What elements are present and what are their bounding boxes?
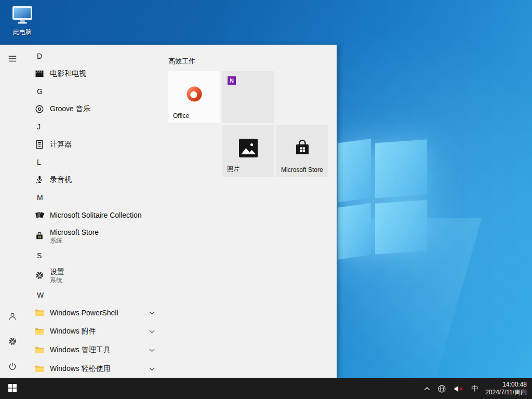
tile-microsoft-store[interactable]: Microsoft Store xyxy=(276,125,328,177)
section-letter-l[interactable]: L xyxy=(29,154,160,170)
onenote-icon: N xyxy=(228,76,236,85)
taskbar: 中 14:00:48 2024/7/11/周四 xyxy=(0,378,532,399)
app-item-calculator[interactable]: 计算器 xyxy=(29,135,160,154)
tray-overflow-chevron-icon[interactable] xyxy=(424,387,430,391)
settings-button[interactable] xyxy=(0,329,25,354)
app-item-label: Microsoft Store xyxy=(50,228,99,237)
user-icon xyxy=(7,311,18,323)
app-item-windows-admin-tools[interactable]: Windows 管理工具 xyxy=(29,341,160,360)
expand-menu-button[interactable] xyxy=(0,47,25,72)
tile-label: 照片 xyxy=(227,165,240,174)
store-icon xyxy=(34,231,45,241)
windows-logo-pane xyxy=(338,139,371,203)
app-item-sublabel: 系统 xyxy=(50,276,64,284)
chevron-down-icon[interactable] xyxy=(149,330,155,334)
power-icon xyxy=(7,361,18,373)
tile-photos[interactable]: 照片 xyxy=(222,125,274,177)
movies-tv-icon xyxy=(34,69,45,79)
app-item-label: Microsoft Solitaire Collection xyxy=(50,211,142,219)
section-letter-j[interactable]: J xyxy=(29,118,160,135)
folder-icon xyxy=(34,308,45,318)
user-account-button[interactable] xyxy=(0,304,25,329)
windows-logo-icon xyxy=(8,384,17,394)
app-section-m: M Microsoft Solitaire Collection xyxy=(29,189,160,247)
app-section-g: G Groove 音乐 xyxy=(29,83,160,118)
start-button[interactable] xyxy=(0,378,25,399)
app-item-windows-ease-of-access[interactable]: Windows 轻松使用 xyxy=(29,360,160,378)
this-pc-monitor-icon xyxy=(11,4,34,27)
gear-icon xyxy=(34,270,45,281)
app-item-label: Windows 管理工具 xyxy=(50,345,111,355)
chevron-down-icon[interactable] xyxy=(149,311,155,315)
app-item-label: 计算器 xyxy=(50,140,72,149)
app-item-groove-music[interactable]: Groove 音乐 xyxy=(29,100,160,118)
clock-time: 14:00:48 xyxy=(502,381,527,389)
pinned-tiles-panel: 高效工作 Office N xyxy=(168,45,332,379)
office-icon xyxy=(184,84,205,104)
app-item-label: 设置 xyxy=(50,268,64,276)
app-section-s: S 设置 系统 xyxy=(29,247,160,287)
app-item-label: 电影和电视 xyxy=(50,69,86,78)
groove-music-icon xyxy=(34,104,45,114)
calculator-icon xyxy=(34,139,45,150)
app-item-windows-powershell[interactable]: Windows PowerShell xyxy=(29,303,160,322)
app-section-l: L 录音机 xyxy=(29,154,160,189)
app-item-label: Windows 轻松使用 xyxy=(50,364,111,374)
app-section-w: W Windows PowerShell xyxy=(29,287,160,378)
windows-logo-pane xyxy=(375,140,427,198)
store-bag-icon xyxy=(292,138,313,158)
ime-indicator[interactable]: 中 xyxy=(471,384,478,393)
app-item-voice-recorder[interactable]: 录音机 xyxy=(29,170,160,189)
app-section-d: D 电影和电视 xyxy=(29,48,160,83)
app-item-label: Windows 附件 xyxy=(50,327,96,336)
app-item-microsoft-store[interactable]: Microsoft Store 系统 xyxy=(29,224,160,247)
desktop-icon-label: 此电脑 xyxy=(13,28,32,37)
system-tray: 中 14:00:48 2024/7/11/周四 xyxy=(424,381,532,396)
app-item-settings[interactable]: 设置 系统 xyxy=(29,264,160,287)
start-menu-rail xyxy=(0,45,25,379)
gear-icon xyxy=(7,336,18,348)
solitaire-icon xyxy=(34,210,45,220)
desktop-icon-this-pc[interactable]: 此电脑 xyxy=(7,4,37,37)
tile-office[interactable]: Office xyxy=(168,71,220,123)
app-section-j: J 计算器 xyxy=(29,118,160,154)
app-item-label: Windows PowerShell xyxy=(50,309,118,317)
folder-icon xyxy=(34,364,45,374)
taskbar-clock[interactable]: 14:00:48 2024/7/11/周四 xyxy=(485,381,527,396)
section-letter-w[interactable]: W xyxy=(29,287,160,303)
tile-group-title[interactable]: 高效工作 xyxy=(168,57,195,66)
network-globe-icon[interactable] xyxy=(437,384,446,393)
app-item-label: 录音机 xyxy=(50,175,72,184)
chevron-down-icon[interactable] xyxy=(149,367,155,371)
section-letter-m[interactable]: M xyxy=(29,189,160,206)
folder-icon xyxy=(34,345,45,355)
power-button[interactable] xyxy=(0,354,25,379)
photos-icon xyxy=(238,138,258,158)
windows-logo-pane xyxy=(375,200,427,255)
start-menu: D 电影和电视 G xyxy=(0,45,337,379)
section-letter-s[interactable]: S xyxy=(29,247,160,264)
windows-logo-pane xyxy=(338,203,371,260)
app-item-label: Groove 音乐 xyxy=(50,104,90,114)
app-item-sublabel: 系统 xyxy=(50,237,99,244)
clock-date: 2024/7/11/周四 xyxy=(485,389,527,396)
chevron-down-icon[interactable] xyxy=(149,349,155,352)
tile-onenote[interactable]: N xyxy=(222,71,274,123)
app-item-windows-accessories[interactable]: Windows 附件 xyxy=(29,322,160,341)
rail-bottom-group xyxy=(0,304,25,379)
section-letter-d[interactable]: D xyxy=(29,48,160,64)
folder-icon xyxy=(34,326,45,337)
app-item-movies-tv[interactable]: 电影和电视 xyxy=(29,64,160,83)
app-item-solitaire[interactable]: Microsoft Solitaire Collection xyxy=(29,206,160,224)
wallpaper-windows-logo xyxy=(338,136,466,260)
voice-recorder-icon xyxy=(34,175,45,185)
tile-label: Microsoft Store xyxy=(281,166,323,174)
volume-muted-icon[interactable] xyxy=(454,385,464,393)
tile-label: Office xyxy=(173,112,189,119)
app-list: D 电影和电视 G xyxy=(25,45,160,379)
hamburger-icon xyxy=(8,54,17,65)
section-letter-g[interactable]: G xyxy=(29,83,160,100)
